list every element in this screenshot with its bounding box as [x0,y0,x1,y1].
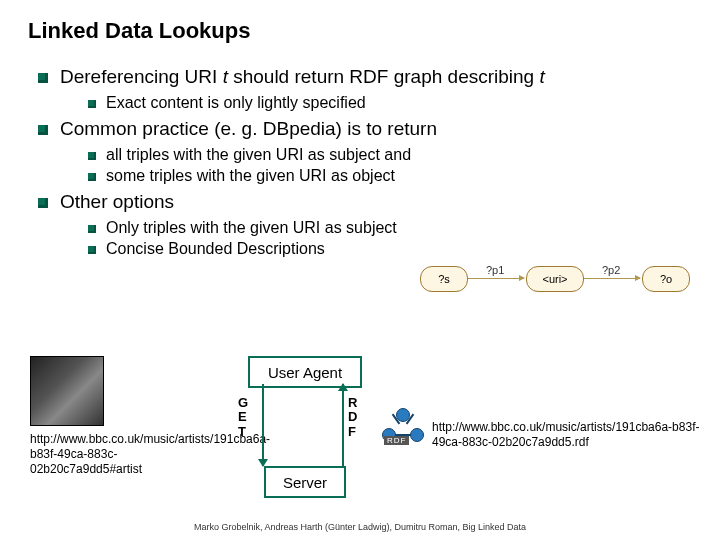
slide-title: Linked Data Lookups [28,18,692,44]
lookup-diagram: http://www.bbc.co.uk/music/artists/191cb… [30,356,690,506]
node-uri: <uri> [526,266,584,292]
footer-credits: Marko Grobelnik, Andreas Harth (Günter L… [0,522,720,532]
text: should return RDF graph describing [228,66,540,87]
artist-uri-text: http://www.bbc.co.uk/music/artists/191cb… [30,432,222,477]
bullet-dereferencing: Dereferencing URI t should return RDF gr… [38,66,692,112]
sub-some-triples: some triples with the given URI as objec… [88,167,692,185]
rdf-doc-uri-text: http://www.bbc.co.uk/music/artists/191cb… [432,420,702,450]
bullet-common-practice: Common practice (e. g. DBpedia) is to re… [38,118,692,185]
triple-graph: ?s ?p1 <uri> ?p2 ?o [420,254,700,304]
bullet-other-options: Other options Only triples with the give… [38,191,692,258]
var-t2: t [539,66,544,87]
text: Dereferencing URI [60,66,223,87]
server-box: Server [264,466,346,498]
rdf-badge: RDF [384,436,409,445]
rdf-icon: RDF [382,408,424,444]
node-object: ?o [642,266,690,292]
sub-only-subject: Only triples with the given URI as subje… [88,219,692,237]
arrow-rdf [342,384,344,466]
edge-p2: ?p2 [584,278,640,279]
get-label: G E T [238,396,248,439]
rdf-label: R D F [348,396,357,439]
sub-exact-content: Exact content is only lightly specified [88,94,692,112]
artist-image [30,356,104,426]
edge-label-p2: ?p2 [602,264,620,276]
arrow-get [262,384,264,466]
node-subject: ?s [420,266,468,292]
sub-all-triples: all triples with the given URI as subjec… [88,146,692,164]
edge-label-p1: ?p1 [486,264,504,276]
edge-p1: ?p1 [468,278,524,279]
